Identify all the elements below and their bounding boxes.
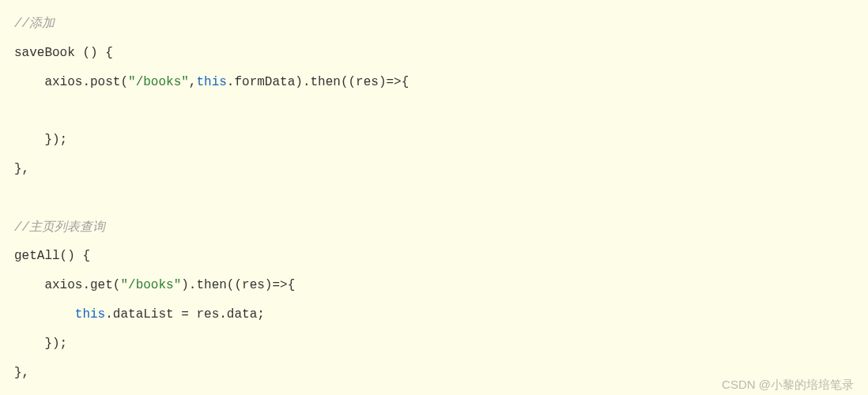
watermark-text: CSDN @小黎的培培笔录	[722, 378, 854, 390]
code-line: });	[14, 337, 67, 351]
code-line: getAll() {	[14, 249, 90, 263]
code-block: //添加 saveBook () { axios.post("/books",t…	[14, 9, 854, 387]
code-line: },	[14, 366, 29, 380]
code-line: axios.post("/books",this.formData).then(…	[14, 75, 409, 89]
code-comment: //主页列表查询	[14, 220, 105, 235]
code-line: axios.get("/books").then((res)=>{	[14, 278, 295, 292]
code-line: });	[14, 133, 67, 147]
code-line: saveBook () {	[14, 46, 113, 60]
code-line: },	[14, 162, 29, 176]
code-line: this.dataList = res.data;	[14, 307, 265, 322]
code-comment: //添加	[14, 17, 55, 31]
